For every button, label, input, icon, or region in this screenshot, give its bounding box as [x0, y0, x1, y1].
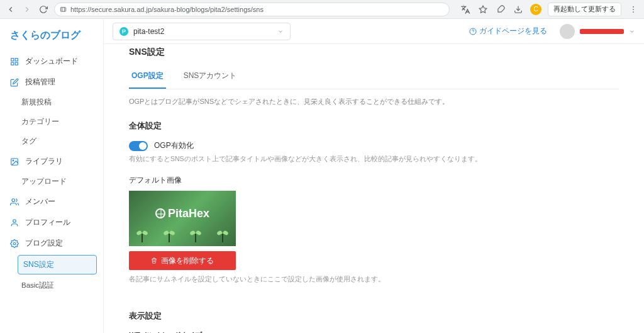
help-icon [469, 28, 477, 35]
blog-avatar-icon: P [119, 27, 128, 36]
users-icon [10, 198, 19, 206]
guide-link[interactable]: ガイドページを見る [469, 26, 547, 36]
sidebar-item-upload[interactable]: アップロード [0, 172, 103, 191]
sidebar-item-category[interactable]: カテゴリー [0, 112, 103, 132]
svg-point-5 [633, 6, 634, 8]
tab-sns-account[interactable]: SNSアカウント [181, 65, 240, 89]
trash-icon [151, 257, 157, 264]
forward-button[interactable] [21, 4, 33, 15]
svg-rect-9 [15, 58, 18, 60]
site-info-icon [60, 6, 67, 13]
default-image-help: 各記事にサムネイルを設定していないときにここで設定した画像が使用されます。 [129, 275, 619, 284]
sidebar-label: ライブラリ [25, 156, 63, 167]
svg-point-14 [12, 198, 15, 201]
globe-icon [155, 208, 165, 218]
tabs: OGP設定 SNSアカウント [129, 65, 619, 89]
gear-icon [10, 239, 19, 248]
address-bar[interactable]: https://secure.sakura.ad.jp/sakura-blog/… [54, 3, 450, 16]
reload-button[interactable] [38, 4, 49, 15]
user-menu[interactable] [560, 24, 635, 39]
topbar: P pita-test2 ガイドページを見る [104, 19, 644, 44]
ogp-help-text: OGPとはブログ記事がSNSなどでシェアされたときに、見栄え良く表示することがで… [129, 97, 619, 106]
sidebar-item-profile[interactable]: プロフィール [0, 212, 103, 233]
svg-marker-3 [479, 6, 487, 13]
extensions-icon[interactable] [495, 4, 506, 15]
svg-point-13 [13, 160, 14, 161]
bookmark-icon[interactable] [477, 4, 489, 15]
sidebar-item-blog-settings[interactable]: ブログ設定 [0, 233, 103, 254]
avatar [560, 24, 575, 39]
image-icon [10, 157, 19, 166]
section-global: 全体設定 [129, 120, 619, 132]
default-image-label: デフォルト画像 [129, 175, 619, 186]
svg-point-15 [13, 219, 16, 222]
user-name-redacted [580, 29, 624, 34]
browser-toolbar: https://secure.sakura.ad.jp/sakura-blog/… [0, 0, 644, 19]
sidebar-item-new-post[interactable]: 新規投稿 [0, 93, 103, 112]
download-icon[interactable] [513, 4, 524, 15]
svg-rect-11 [11, 62, 14, 65]
sidebar-label: メンバー [25, 196, 55, 207]
blog-name: pita-test2 [133, 27, 164, 36]
tab-ogp[interactable]: OGP設定 [129, 65, 166, 89]
svg-point-16 [13, 242, 16, 245]
card-type-label: X(Twitter)カードタイプ [129, 330, 619, 333]
sidebar-item-library[interactable]: ライブラリ [0, 151, 103, 172]
profile-icon[interactable]: C [530, 4, 541, 15]
svg-rect-8 [11, 58, 14, 60]
sidebar-label: 投稿管理 [25, 77, 55, 87]
ogp-enable-help: 有効にするとSNSのポスト上で記事タイトルや画像などが大きく表示され、比較的記事… [129, 155, 619, 164]
ogp-enable-label: OGP有効化 [154, 140, 194, 151]
delete-image-button[interactable]: 画像を削除する [129, 251, 236, 270]
sidebar-item-basic-auth[interactable]: Basic認証 [0, 276, 103, 295]
blog-selector[interactable]: P pita-test2 [113, 23, 291, 40]
translate-icon[interactable] [460, 4, 471, 15]
image-brand-text: PitaHex [155, 207, 209, 220]
app-logo[interactable]: さくらのブログ [0, 25, 103, 51]
sidebar-item-member[interactable]: メンバー [0, 191, 103, 212]
svg-rect-10 [15, 62, 18, 65]
svg-point-7 [633, 11, 634, 13]
default-image-preview: PitaHex [129, 191, 236, 246]
edit-icon [10, 78, 19, 87]
back-button[interactable] [5, 4, 16, 15]
sidebar-item-tag[interactable]: タグ [0, 132, 103, 151]
dashboard-icon [10, 57, 19, 66]
sidebar: さくらのブログ ダッシュボード 投稿管理 新規投稿 カテゴリー タグ ライブラリ… [0, 19, 104, 333]
svg-rect-0 [60, 8, 65, 11]
svg-point-6 [633, 9, 634, 10]
chevron-down-icon [277, 28, 284, 35]
kebab-menu-icon[interactable] [628, 4, 639, 15]
url-text: https://secure.sakura.ad.jp/sakura-blog/… [70, 6, 264, 13]
sidebar-item-dashboard[interactable]: ダッシュボード [0, 51, 103, 72]
page-title: SNS設定 [129, 47, 619, 58]
content: SNS設定 OGP設定 SNSアカウント OGPとはブログ記事がSNSなどでシェ… [104, 44, 644, 333]
chevron-down-icon [629, 28, 635, 35]
ogp-enable-toggle[interactable] [129, 141, 148, 151]
user-icon [10, 218, 19, 227]
sidebar-item-sns-settings[interactable]: SNS設定 [18, 255, 97, 274]
sidebar-label: ダッシュボード [25, 56, 78, 67]
reload-update-chip[interactable]: 再起動して更新する [548, 3, 621, 16]
section-display: 表示設定 [129, 310, 619, 322]
sidebar-item-posts[interactable]: 投稿管理 [0, 72, 103, 93]
sidebar-label: プロフィール [25, 217, 70, 228]
sidebar-label: ブログ設定 [25, 238, 63, 249]
